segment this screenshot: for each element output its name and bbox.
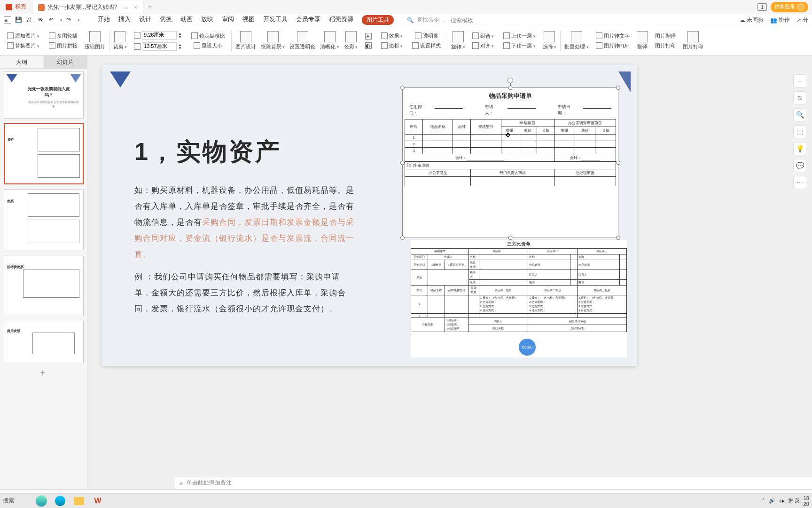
img-translate-button[interactable]: 图片翻译 <box>654 32 677 40</box>
menu-insert[interactable]: 插入 <box>118 15 131 25</box>
taskbar-wps[interactable]: W <box>89 494 106 508</box>
menu-view[interactable]: 视图 <box>242 15 255 25</box>
to-text-button[interactable]: 图片转文字 <box>594 32 631 40</box>
menu-image-tools[interactable]: 图片工具 <box>362 15 394 25</box>
search-cmd-label[interactable]: 查找命令 <box>417 16 439 24</box>
set-transparent-button[interactable]: 设置透明色 <box>288 30 317 51</box>
thumbnails[interactable]: 光凭一张发票就能入账吗？ 据说几乎可以凭任何企业发票报销做的财务 资产 发票 招… <box>0 69 87 489</box>
rotate-handle[interactable] <box>508 78 513 83</box>
resize-handle-tr[interactable] <box>616 86 620 90</box>
select-pane-button[interactable]: 选择 <box>541 30 559 51</box>
thumb-5[interactable]: 费用发票 <box>4 321 84 363</box>
reset-size-button[interactable]: 重设大小 <box>192 41 224 50</box>
window-count-badge[interactable]: 1 <box>757 3 767 11</box>
menu-slideshow[interactable]: 放映 <box>201 15 213 25</box>
add-slide-button[interactable]: + <box>3 368 83 379</box>
tray-up-icon[interactable]: ˄ <box>762 498 765 504</box>
sync-status[interactable]: ☁未同步 <box>740 16 764 24</box>
slide-title[interactable]: 1，实物资产 <box>134 135 281 168</box>
contrast-button[interactable]: ◐ <box>364 41 373 50</box>
group-button[interactable]: 组合 <box>471 32 496 40</box>
layers-button[interactable]: ≋ <box>793 91 806 104</box>
compress-button[interactable]: 压缩图片 <box>83 30 107 51</box>
img-print-button[interactable]: 图片打印 <box>654 41 677 50</box>
replace-image-button[interactable]: 替换图片 <box>6 41 41 50</box>
minimize-tab-icon[interactable]: ▭ <box>123 4 128 11</box>
resize-handle-tl[interactable] <box>400 86 405 90</box>
to-pdf-button[interactable]: 图片转PDF <box>594 41 631 50</box>
brightness-button[interactable]: ☀ <box>364 32 373 40</box>
menu-start[interactable]: 开始 <box>98 15 110 25</box>
batch-button[interactable]: 批量处理 <box>562 30 591 51</box>
taskbar-search[interactable]: 搜索 <box>3 497 31 505</box>
close-tab-icon[interactable]: × <box>134 4 137 11</box>
preview-icon[interactable]: 👁 <box>38 16 45 24</box>
slides-tab[interactable]: 幻灯片 <box>44 56 87 68</box>
selected-image-1[interactable]: 物品采购申请单 使用部门： 申请人： 申请日期： 序号物品名称品牌规格型号申请项… <box>402 87 618 238</box>
align-button[interactable]: 对齐 <box>471 41 496 50</box>
zoom-button[interactable]: 🔍 <box>793 108 806 121</box>
tray-time[interactable]: 1820 <box>804 495 809 507</box>
resize-handle-l[interactable] <box>400 161 405 165</box>
idea-button[interactable]: 💡 <box>793 142 806 155</box>
menu-animation[interactable]: 动画 <box>180 15 193 25</box>
color-button[interactable]: 色彩 <box>342 30 360 51</box>
slide-canvas[interactable]: 1，实物资产 如：购买原材料，机器设备，办公用品，低值易耗品等。是否有入库单，入… <box>87 56 812 489</box>
stitch-button[interactable]: 图片拼接 <box>47 41 79 50</box>
menu-member[interactable]: 会员专享 <box>296 15 320 25</box>
width-input[interactable] <box>142 31 177 40</box>
rotate-button[interactable]: 旋转 <box>449 30 467 51</box>
tray-network-icon[interactable]: 🕪 <box>779 498 784 504</box>
redo-icon[interactable]: ↷ <box>66 16 74 24</box>
resize-handle-b[interactable] <box>508 236 513 240</box>
tray-volume-icon[interactable]: 🔊 <box>769 498 775 504</box>
taskbar-explorer[interactable] <box>70 494 87 508</box>
guest-login-button[interactable]: 访客登录 <box>771 2 808 12</box>
resize-handle-t[interactable] <box>508 86 513 90</box>
thumb-3[interactable]: 发票 <box>4 189 84 250</box>
taskbar-globe[interactable] <box>33 494 50 508</box>
save-icon[interactable]: 💾 <box>15 16 23 24</box>
resize-handle-bl[interactable] <box>400 236 405 240</box>
notes-bar[interactable]: ≡ 单击此处添加备注 <box>175 476 812 489</box>
crop-tool-button[interactable]: ⬚ <box>793 125 806 138</box>
menu-icon[interactable]: ≡ <box>4 16 11 24</box>
menu-transition[interactable]: 切换 <box>160 15 172 25</box>
undo-icon[interactable]: ↶ <box>49 16 56 24</box>
resize-handle-br[interactable] <box>616 236 620 240</box>
resize-handle-r[interactable] <box>616 161 620 165</box>
slide-body[interactable]: 如：购买原材料，机器设备，办公用品，低值易耗品等。是否有入库单，入库单是否签章，… <box>134 183 355 317</box>
style-button[interactable]: 设置样式 <box>411 41 442 50</box>
send-backward-button[interactable]: 下移一层 <box>502 41 537 50</box>
home-tab[interactable]: 稻壳 <box>0 0 32 14</box>
share-button[interactable]: ↗分 <box>796 16 808 24</box>
taskbar-edge[interactable] <box>52 494 69 508</box>
height-spinner[interactable]: ▲▼ <box>178 43 182 50</box>
chat-button[interactable]: 💬 <box>793 159 806 172</box>
lock-ratio-button[interactable]: 锁定纵横比 <box>190 32 226 40</box>
multi-crop-button[interactable]: 多图轮播 <box>47 32 79 40</box>
bring-forward-button[interactable]: 上移一层 <box>502 32 537 40</box>
print-icon[interactable]: 🖨 <box>26 16 34 24</box>
search-template-input[interactable] <box>451 17 488 24</box>
thumb-1[interactable]: 光凭一张发票就能入账吗？ 据说几乎可以凭任何企业发票报销做的财务 <box>4 71 84 119</box>
collab-button[interactable]: 👥协作 <box>770 16 790 24</box>
outline-tab[interactable]: 大纲 <box>0 56 44 68</box>
transparency-button[interactable]: 透明度 <box>414 32 440 40</box>
image-design-button[interactable]: 图片设计 <box>234 30 258 51</box>
quote-compare-form[interactable]: 三方比价单 采购需求供应商一供应商二供应商三 采购部门申请人名称名称名称 采购类… <box>411 240 627 357</box>
add-image-button[interactable]: 添加图片 <box>6 32 41 40</box>
slide[interactable]: 1，实物资产 如：购买原材料，机器设备，办公用品，低值易耗品等。是否有入库单，入… <box>102 65 637 366</box>
remove-bg-button[interactable]: 抠除背景 <box>259 30 287 51</box>
thumb-4[interactable]: 招待费发票 <box>4 255 84 316</box>
document-tab[interactable]: 光凭一张发票...登记入账吗?▭× <box>32 0 143 14</box>
redo-dd[interactable]: ▾ <box>78 18 80 23</box>
zoom-out-button[interactable]: − <box>793 74 806 87</box>
menu-devtools[interactable]: 开发工具 <box>263 15 288 25</box>
menu-design[interactable]: 设计 <box>139 15 151 25</box>
menu-resources[interactable]: 稻壳资源 <box>329 15 353 25</box>
tray-ime[interactable]: 拼 英 <box>788 497 800 504</box>
menu-review[interactable]: 审阅 <box>222 15 234 25</box>
translate-big-button[interactable]: 翻译 <box>635 30 650 51</box>
new-tab-button[interactable]: + <box>143 3 157 11</box>
